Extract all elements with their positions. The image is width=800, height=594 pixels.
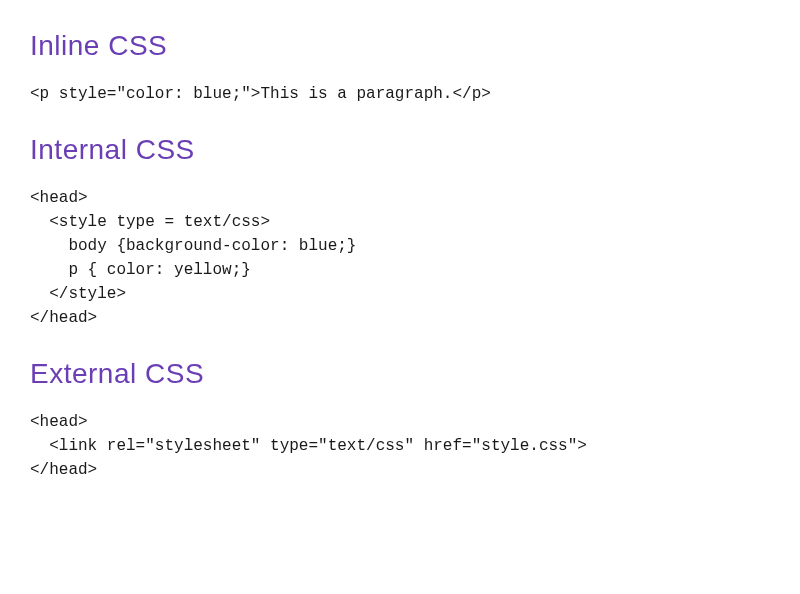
section-internal-css: Internal CSS <head> <style type = text/c… [30,134,770,330]
section-external-css: External CSS <head> <link rel="styleshee… [30,358,770,482]
code-inline-css: <p style="color: blue;">This is a paragr… [30,82,770,106]
code-internal-css: <head> <style type = text/css> body {bac… [30,186,770,330]
heading-external-css: External CSS [30,358,770,390]
section-inline-css: Inline CSS <p style="color: blue;">This … [30,30,770,106]
heading-internal-css: Internal CSS [30,134,770,166]
heading-inline-css: Inline CSS [30,30,770,62]
code-external-css: <head> <link rel="stylesheet" type="text… [30,410,770,482]
